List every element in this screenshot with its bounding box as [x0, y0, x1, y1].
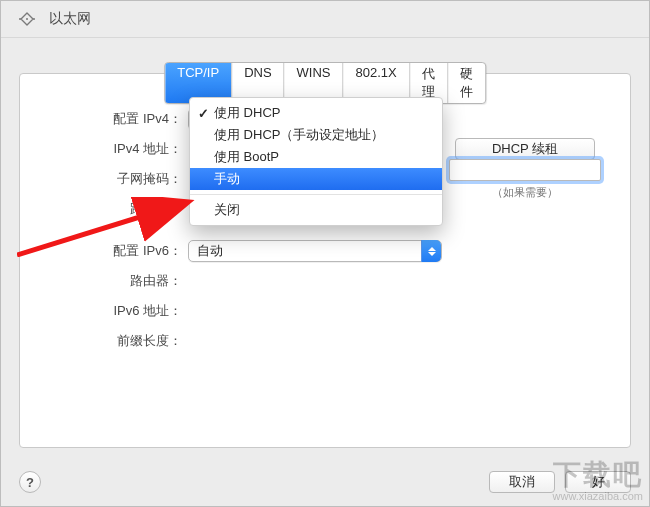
svg-point-1 — [33, 18, 35, 20]
help-button[interactable]: ? — [19, 471, 41, 493]
dialog-buttons: ? 取消 好 — [1, 458, 649, 506]
label-cfg-v4: 配置 IPv4： — [20, 110, 188, 128]
dropdown-item-off[interactable]: 关闭 — [190, 199, 442, 221]
ipv4-config-dropdown: 使用 DHCP 使用 DHCP（手动设定地址） 使用 BootP 手动 关闭 — [189, 97, 443, 226]
dhcp-renew-button[interactable]: DHCP 续租 — [455, 138, 595, 160]
content-panel: TCP/IP DNS WINS 802.1X 代理 硬件 配置 IPv4： IP… — [19, 73, 631, 448]
svg-point-2 — [26, 18, 28, 20]
chevron-updown-icon — [421, 240, 441, 262]
dropdown-item-manual[interactable]: 手动 — [190, 168, 442, 190]
client-id-hint: （如果需要） — [492, 185, 558, 200]
ok-button[interactable]: 好 — [565, 471, 631, 493]
tab-hardware[interactable]: 硬件 — [448, 63, 485, 103]
window-title: 以太网 — [49, 10, 91, 28]
label-cfg-v6: 配置 IPv6： — [20, 242, 188, 260]
svg-point-0 — [19, 18, 21, 20]
label-v4addr: IPv4 地址： — [20, 140, 188, 158]
preferences-window: 以太网 TCP/IP DNS WINS 802.1X 代理 硬件 配置 IPv4… — [0, 0, 650, 507]
dropdown-item-bootp[interactable]: 使用 BootP — [190, 146, 442, 168]
label-subnet: 子网掩码： — [20, 170, 188, 188]
dhcp-client-id-input[interactable] — [449, 159, 601, 181]
dropdown-item-dhcp[interactable]: 使用 DHCP — [190, 102, 442, 124]
ipv6-config-value: 自动 — [197, 242, 223, 260]
label-router-v6: 路由器： — [20, 272, 188, 290]
label-prefix: 前缀长度： — [20, 332, 188, 350]
ipv6-config-select[interactable]: 自动 — [188, 240, 442, 262]
label-v6addr: IPv6 地址： — [20, 302, 188, 320]
titlebar: 以太网 — [1, 1, 649, 38]
nav-diamond-icon — [15, 9, 39, 29]
label-router-v4: 路由器： — [20, 200, 188, 218]
dropdown-item-dhcp-manual[interactable]: 使用 DHCP（手动设定地址） — [190, 124, 442, 146]
cancel-button[interactable]: 取消 — [489, 471, 555, 493]
dropdown-separator — [190, 194, 442, 195]
